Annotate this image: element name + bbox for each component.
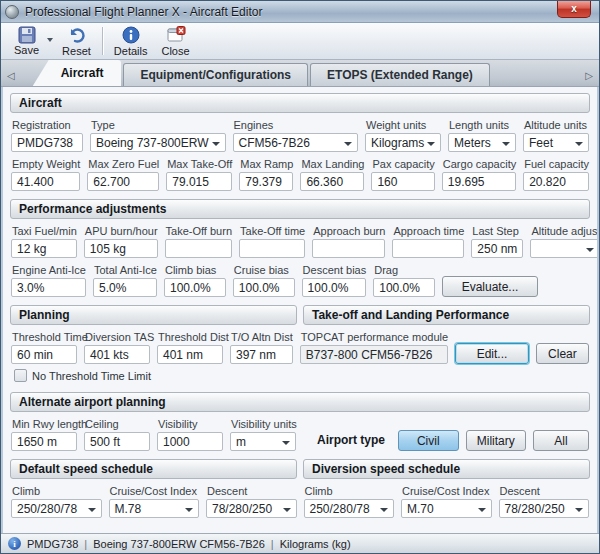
visibility-units-field-group: Visibility units m	[230, 416, 296, 451]
engine-anti-ice-input[interactable]: 3.0%	[11, 278, 86, 297]
min-rwy-input[interactable]: 1650 m	[11, 432, 77, 451]
diversion-cruise-select[interactable]: M.70	[401, 499, 492, 518]
default-descent-select[interactable]: 78/280/250	[206, 499, 297, 518]
drag-input[interactable]: 100.0%	[373, 278, 435, 297]
type-select[interactable]: Boeing 737-800ERW	[90, 133, 226, 152]
tab-equipment-configurations[interactable]: Equipment/Configurations	[123, 63, 308, 86]
max-takeoff-input[interactable]: 79.015	[166, 172, 232, 191]
registration-input[interactable]: PMDG738	[11, 133, 83, 152]
app-globe-icon	[5, 5, 19, 19]
threshold-dist-input[interactable]: 401 nm	[157, 345, 223, 364]
edit-field-group: Edit...	[455, 329, 529, 364]
default-cruise-select[interactable]: M.78	[109, 499, 200, 518]
dropdown-arrow-icon	[380, 508, 388, 512]
dropdown-arrow-icon	[586, 248, 594, 252]
takeoff-time-input[interactable]	[239, 239, 305, 258]
altitude-units-select[interactable]: Feet	[523, 133, 589, 152]
fuel-capacity-input[interactable]: 20.820	[523, 172, 589, 191]
section-header-diversion-speed: Diversion speed schedule	[303, 459, 590, 479]
close-window-icon	[166, 26, 186, 44]
diversion-climb-field-group: Climb 250/280/78	[304, 483, 395, 518]
toolbar-separator	[102, 27, 103, 55]
approach-burn-input[interactable]	[312, 239, 385, 258]
descent-bias-input[interactable]: 100.0%	[302, 278, 367, 297]
ceiling-field-group: Ceiling 500 ft	[84, 416, 150, 451]
visibility-units-select[interactable]: m	[230, 432, 296, 451]
taxi-fuel-input[interactable]: 12 kg	[11, 239, 77, 258]
threshold-dist-field-group: Threshold Dist 401 nm	[157, 329, 223, 364]
save-dropdown-arrow-icon[interactable]	[47, 38, 53, 42]
tab-scroll-left-icon[interactable]: ◁	[3, 70, 19, 86]
max-zero-fuel-input[interactable]: 62.700	[87, 172, 159, 191]
no-threshold-checkbox[interactable]	[14, 369, 27, 382]
title-bar: Professional Flight Planner X - Aircraft…	[1, 1, 599, 23]
approach-time-label: Approach time	[393, 225, 464, 237]
apu-burn-label: APU burn/hour	[85, 225, 158, 237]
default-climb-field-group: Climb 250/280/78	[11, 483, 102, 518]
diversion-descent-select[interactable]: 78/280/250	[499, 499, 590, 518]
registration-field-group: Registration PMDG738	[11, 117, 83, 152]
to-altn-dist-label: T/O Altn Dist	[231, 331, 293, 343]
takeoff-burn-input[interactable]	[165, 239, 232, 258]
status-separator: |	[84, 538, 87, 550]
dropdown-arrow-icon	[575, 142, 583, 146]
diversion-tas-input[interactable]: 401 kts	[84, 345, 150, 364]
window-close-button[interactable]: x	[557, 1, 591, 18]
cargo-capacity-input[interactable]: 19.695	[442, 172, 516, 191]
close-editor-button[interactable]: Close	[154, 24, 196, 58]
cruise-bias-input[interactable]: 100.0%	[233, 278, 295, 297]
reset-button[interactable]: Reset	[55, 24, 98, 58]
airport-type-military-button[interactable]: Military	[466, 430, 527, 451]
last-step-input[interactable]: 250 nm	[471, 239, 523, 258]
evaluate-button[interactable]: Evaluate...	[442, 276, 538, 297]
dropdown-arrow-icon	[575, 508, 583, 512]
approach-burn-label: Approach burn	[313, 225, 385, 237]
climb-bias-field-group: Climb bias 100.0%	[164, 262, 226, 297]
min-rwy-label: Min Rwy length	[12, 418, 77, 430]
max-ramp-input[interactable]: 79.379	[239, 172, 293, 191]
save-button[interactable]: Save	[7, 24, 46, 57]
topcat-module-field: B737-800 CFM56-7B26	[300, 345, 448, 364]
airport-type-civil-button[interactable]: Civil	[398, 430, 459, 451]
tab-etops-extended-range[interactable]: ETOPS (Extended Range)	[310, 63, 490, 86]
ceiling-input[interactable]: 500 ft	[84, 432, 150, 451]
altitude-adjust-select[interactable]	[530, 239, 599, 258]
dropdown-arrow-icon	[283, 508, 291, 512]
engines-label: Engines	[234, 119, 358, 131]
visibility-input[interactable]: 1000	[157, 432, 223, 451]
dropdown-arrow-icon	[282, 441, 290, 445]
apu-burn-input[interactable]: 105 kg	[84, 239, 158, 258]
max-landing-input[interactable]: 66.360	[300, 172, 364, 191]
drag-field-group: Drag 100.0%	[373, 262, 435, 297]
diversion-climb-label: Climb	[305, 485, 395, 497]
threshold-time-input[interactable]: 60 min	[11, 345, 77, 364]
status-units: Kilograms (kg)	[280, 538, 351, 550]
threshold-time-field-group: Threshold Time 60 min	[11, 329, 77, 364]
diversion-climb-select[interactable]: 250/280/78	[304, 499, 395, 518]
approach-time-input[interactable]	[392, 239, 464, 258]
weight-units-select[interactable]: Kilograms	[365, 133, 441, 152]
default-descent-field-group: Descent 78/280/250	[206, 483, 297, 518]
climb-bias-input[interactable]: 100.0%	[164, 278, 226, 297]
tab-scroll-right-icon[interactable]: ▷	[581, 70, 597, 86]
to-altn-dist-input[interactable]: 397 nm	[230, 345, 293, 364]
details-button[interactable]: Details	[107, 24, 155, 58]
dropdown-arrow-icon	[344, 142, 352, 146]
altitude-adjust-field-group: Altitude adjust	[530, 223, 599, 258]
default-cruise-label: Cruise/Cost Index	[110, 485, 200, 497]
clear-button[interactable]: Clear	[536, 343, 589, 364]
empty-weight-input[interactable]: 41.400	[11, 172, 80, 191]
airport-type-all-button[interactable]: All	[533, 430, 589, 451]
total-anti-ice-input[interactable]: 5.0%	[93, 278, 157, 297]
default-climb-select[interactable]: 250/280/78	[11, 499, 102, 518]
apu-burn-field-group: APU burn/hour 105 kg	[84, 223, 158, 258]
pax-capacity-input[interactable]: 160	[371, 172, 434, 191]
engines-select[interactable]: CFM56-7B26	[233, 133, 358, 152]
section-header-default-speed: Default speed schedule	[10, 459, 297, 479]
edit-button[interactable]: Edit...	[455, 343, 529, 364]
takeoff-time-label: Take-Off time	[240, 225, 305, 237]
tab-aircraft[interactable]: Aircraft	[33, 60, 122, 86]
length-units-select[interactable]: Meters	[448, 133, 516, 152]
descent-bias-label: Descent bias	[303, 264, 367, 276]
diversion-descent-field-group: Descent 78/280/250	[499, 483, 590, 518]
